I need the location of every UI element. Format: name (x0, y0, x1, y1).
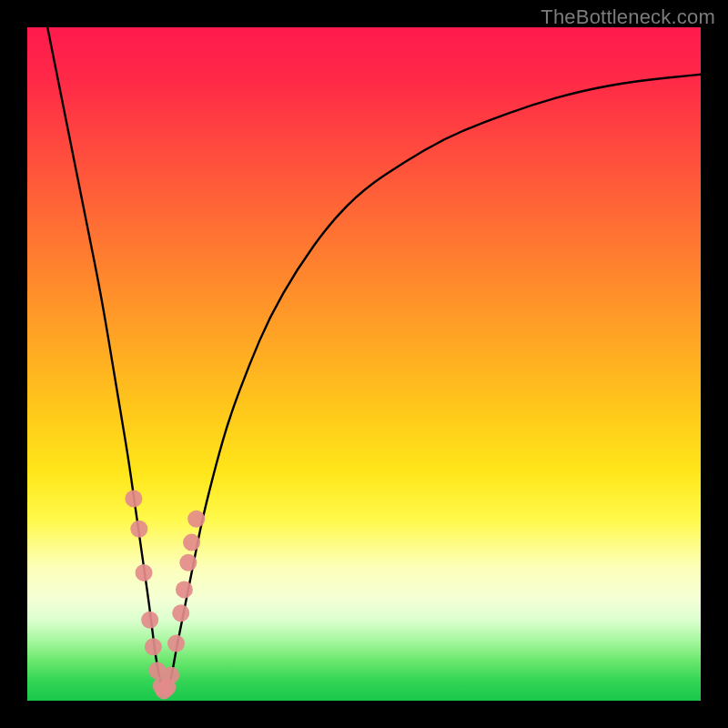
outer-frame: TheBottleneck.com (0, 0, 728, 728)
data-point (162, 666, 179, 683)
data-point (183, 534, 200, 551)
data-point (172, 604, 189, 622)
watermark-text: TheBottleneck.com (541, 5, 715, 29)
data-point (125, 490, 142, 508)
data-point (179, 554, 197, 571)
curve-layer (27, 27, 701, 701)
data-point (130, 521, 147, 538)
data-point (167, 635, 185, 652)
bottleneck-curve (47, 27, 701, 693)
data-point (187, 511, 205, 528)
data-point (136, 564, 153, 581)
data-points-group (125, 490, 205, 700)
data-point (141, 612, 158, 629)
plot-area (27, 27, 701, 701)
data-point (145, 638, 162, 655)
data-point (176, 581, 193, 598)
